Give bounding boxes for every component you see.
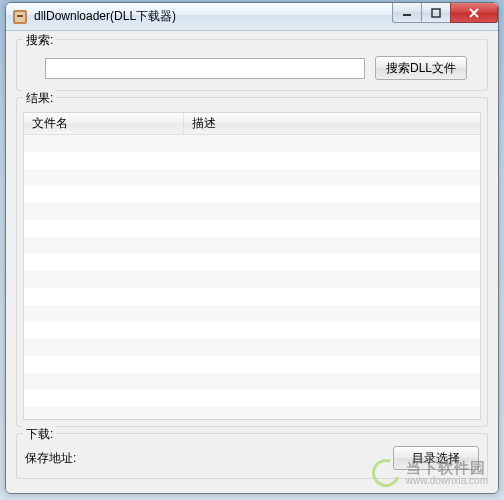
results-group: 结果: 文件名 描述 xyxy=(16,97,488,427)
minimize-icon xyxy=(402,8,412,18)
close-button[interactable] xyxy=(450,3,498,23)
app-icon xyxy=(12,9,28,25)
table-row[interactable] xyxy=(24,152,480,169)
table-row[interactable] xyxy=(24,220,480,237)
column-description[interactable]: 描述 xyxy=(184,113,480,134)
table-row[interactable] xyxy=(24,390,480,407)
window-frame: dllDownloader(DLL下载器) xyxy=(5,2,499,494)
search-group: 搜索: 搜索DLL文件 xyxy=(16,39,488,91)
minimize-button[interactable] xyxy=(392,3,422,23)
table-row[interactable] xyxy=(24,169,480,186)
svg-rect-4 xyxy=(432,9,440,17)
column-filename[interactable]: 文件名 xyxy=(24,113,184,134)
search-button[interactable]: 搜索DLL文件 xyxy=(375,56,467,80)
listview-body[interactable] xyxy=(24,135,480,419)
table-row[interactable] xyxy=(24,203,480,220)
download-group: 下载: 保存地址: 目录选择 xyxy=(16,433,488,479)
caption-buttons xyxy=(393,3,498,23)
search-input[interactable] xyxy=(45,58,365,79)
svg-rect-2 xyxy=(17,15,23,17)
results-listview[interactable]: 文件名 描述 xyxy=(23,112,481,420)
results-legend: 结果: xyxy=(23,90,56,107)
maximize-icon xyxy=(431,8,441,18)
table-row[interactable] xyxy=(24,322,480,339)
svg-rect-3 xyxy=(403,14,411,16)
table-row[interactable] xyxy=(24,254,480,271)
close-icon xyxy=(468,8,480,18)
maximize-button[interactable] xyxy=(421,3,451,23)
table-row[interactable] xyxy=(24,305,480,322)
client-area: 搜索: 搜索DLL文件 结果: 文件名 描述 下载: 保存地址: xyxy=(6,31,498,493)
titlebar[interactable]: dllDownloader(DLL下载器) xyxy=(6,3,498,31)
table-row[interactable] xyxy=(24,339,480,356)
listview-header: 文件名 描述 xyxy=(24,113,480,135)
save-path-label: 保存地址: xyxy=(25,450,76,467)
table-row[interactable] xyxy=(24,407,480,419)
table-row[interactable] xyxy=(24,186,480,203)
table-row[interactable] xyxy=(24,237,480,254)
table-row[interactable] xyxy=(24,271,480,288)
table-row[interactable] xyxy=(24,356,480,373)
table-row[interactable] xyxy=(24,135,480,152)
window-title: dllDownloader(DLL下载器) xyxy=(34,8,176,25)
table-row[interactable] xyxy=(24,373,480,390)
browse-directory-button[interactable]: 目录选择 xyxy=(393,446,479,470)
search-legend: 搜索: xyxy=(23,32,56,49)
download-legend: 下载: xyxy=(23,426,56,443)
table-row[interactable] xyxy=(24,288,480,305)
